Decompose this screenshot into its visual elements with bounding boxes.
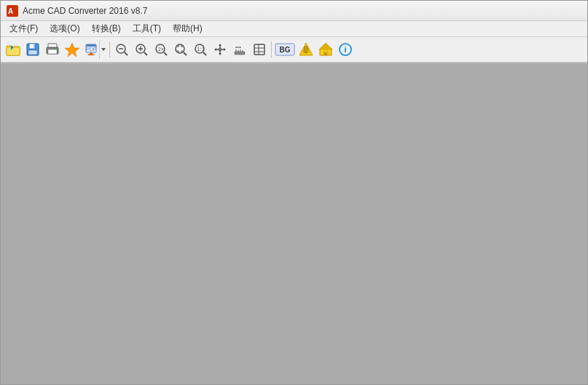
svg-line-34 [203,52,206,55]
svg-rect-57 [304,49,308,52]
svg-marker-36 [219,44,222,46]
svg-rect-13 [48,49,57,54]
save-button[interactable] [23,40,42,59]
menu-tools[interactable]: 工具(T) [127,21,167,36]
svg-marker-20 [101,48,106,51]
svg-line-27 [144,52,147,55]
svg-rect-41 [235,52,245,55]
svg-rect-49 [254,44,264,55]
export-main-icon: PDF [83,40,99,59]
menu-options[interactable]: 选项(O) [44,21,85,36]
svg-text:PDF: PDF [86,47,96,52]
zoom-in-button[interactable] [132,40,151,59]
info-button[interactable]: i [336,40,355,59]
menu-convert[interactable]: 转换(B) [86,21,127,36]
svg-line-32 [184,52,187,55]
zoom-fit-button[interactable] [171,40,190,59]
toolbar-separator-2 [271,41,272,57]
batch-button[interactable] [63,40,82,59]
watermark-button[interactable] [316,40,335,59]
svg-marker-37 [219,53,222,55]
svg-rect-60 [324,52,327,55]
menu-help[interactable]: 帮助(H) [167,21,208,36]
menu-file[interactable]: 文件(F) [4,21,44,36]
svg-rect-14 [55,48,56,49]
toolbar: PDF [1,37,587,63]
app-window: A Acme CAD Converter 2016 v8.7 文件(F) 选项(… [0,0,588,385]
svg-point-40 [219,48,222,51]
open-button[interactable] [4,40,23,59]
svg-rect-10 [28,50,37,55]
zoom-real-button[interactable]: 1:1 [191,40,210,59]
svg-point-31 [176,44,184,53]
table-button[interactable] [250,40,269,59]
svg-text:i: i [344,45,346,54]
title-bar: A Acme CAD Converter 2016 v8.7 [1,1,587,21]
print-button[interactable] [43,40,62,59]
security-button[interactable]: ! [297,40,315,59]
bg-button[interactable]: BG [274,40,296,59]
svg-marker-15 [65,43,79,57]
svg-rect-9 [30,44,33,48]
export-arrow-icon [99,40,106,59]
pan-button[interactable] [211,40,230,59]
title-bar-icon: A [7,5,18,17]
svg-marker-61 [319,43,332,49]
measure-button[interactable] [230,40,249,59]
svg-text:2×: 2× [158,47,164,52]
export-button[interactable]: PDF [82,40,107,59]
svg-text:BG: BG [280,46,291,54]
svg-text:1:1: 1:1 [197,46,205,52]
menu-bar: 文件(F) 选项(O) 转换(B) 工具(T) 帮助(H) [1,21,587,37]
zoom-select-button[interactable]: 2× [152,40,170,59]
toolbar-separator-1 [109,41,110,57]
svg-line-23 [125,52,128,55]
main-canvas [1,63,587,384]
zoom-out-button[interactable] [112,40,131,59]
svg-marker-19 [87,52,95,55]
window-title: Acme CAD Converter 2016 v8.7 [23,6,147,16]
svg-line-29 [164,52,167,55]
svg-text:A: A [8,7,13,15]
svg-marker-38 [214,48,216,51]
svg-rect-5 [7,47,20,55]
svg-marker-39 [224,48,226,51]
